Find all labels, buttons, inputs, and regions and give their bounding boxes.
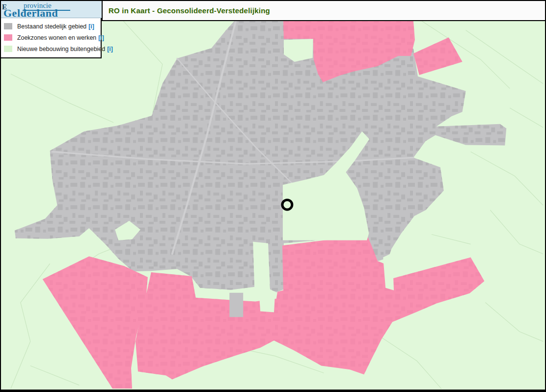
legend-item: Nieuwe bebouwing buitengebied[i] [4, 43, 99, 54]
legend-swatch [4, 23, 12, 29]
header-bar: RO in Kaart - Geconsolideerd-Verstedelij… [102, 1, 545, 21]
legend-label: Bestaand stedelijk gebied [17, 23, 86, 30]
legend-info-link[interactable]: [i] [98, 34, 104, 41]
legend-info-link[interactable]: [i] [107, 46, 113, 52]
legend-swatch [4, 46, 12, 52]
legend-label: Zoekzones wonen en werken [17, 34, 96, 41]
legend-swatch [4, 34, 12, 41]
urban-protrusion-south [229, 293, 243, 317]
legend-item: Zoekzones wonen en werken[i] [4, 32, 99, 43]
legend-info-link[interactable]: [i] [88, 23, 94, 30]
map-canvas[interactable] [1, 1, 545, 390]
map-legend: Bestaand stedelijk gebied[i]Zoekzones wo… [1, 18, 102, 58]
rural-patch-south-small [259, 295, 275, 313]
app-window: RO in Kaart - Geconsolideerd-Verstedelij… [0, 0, 546, 392]
legend-item: Bestaand stedelijk gebied[i] [4, 21, 99, 32]
page-title: RO in Kaart - Geconsolideerd-Verstedelij… [103, 6, 270, 15]
logo-word-gelderland: Gelderland [3, 7, 58, 18]
legend-label: Nieuwe bebouwing buitengebied [17, 46, 105, 52]
provincie-gelderland-logo: E provincie Gelderland [1, 1, 102, 18]
